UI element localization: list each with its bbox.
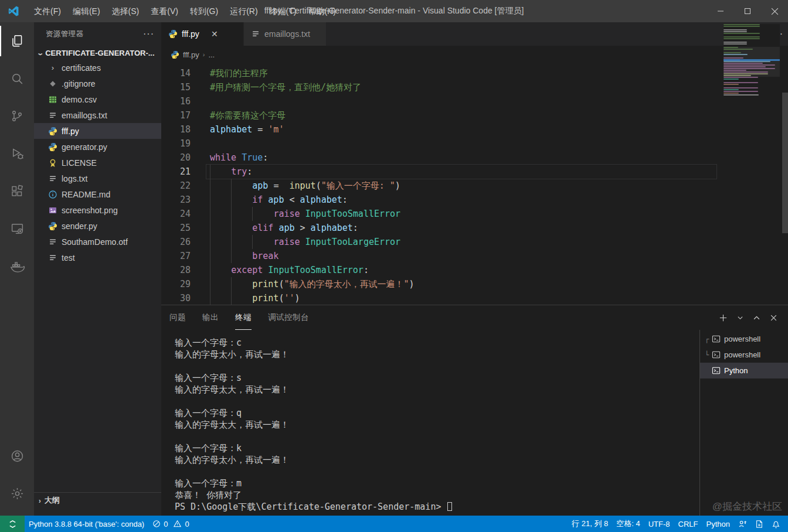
menu-item[interactable]: 文件(F) [28, 0, 67, 22]
cursor-position-status[interactable]: 行 21, 列 8 [568, 516, 612, 532]
source-control-icon[interactable] [0, 97, 34, 135]
token: #你需要猜这个字母 [210, 110, 286, 121]
remote-indicator-icon[interactable] [0, 516, 25, 532]
docker-icon[interactable] [0, 247, 34, 285]
file-row-demo.csv[interactable]: demo.csv [34, 91, 161, 107]
python-file-icon [171, 50, 179, 59]
token: alphabet [210, 124, 252, 135]
line-number: 28 [161, 263, 191, 277]
more-actions-icon[interactable]: ··· [143, 29, 154, 39]
token: > [295, 223, 311, 233]
problems-status[interactable]: 0 0 [148, 516, 193, 532]
panel-tab-终端[interactable]: 终端 [235, 305, 252, 330]
terminal-instance-powershell[interactable]: └powershell [700, 347, 788, 363]
code-line-30: 30 print('') [161, 291, 788, 305]
close-button[interactable] [761, 0, 788, 22]
settings-icon[interactable] [0, 475, 34, 512]
sidebar-title: 资源管理器 [46, 29, 84, 39]
eol-status[interactable]: CRLF [674, 516, 702, 532]
preview-icon[interactable] [751, 516, 767, 532]
maximize-panel-button[interactable] [753, 314, 760, 322]
line-number: 27 [161, 249, 191, 263]
indent-guide [210, 221, 210, 235]
chevron-right-icon: › [48, 63, 57, 72]
chevron-right-icon: › [203, 51, 205, 58]
python-interpreter-status[interactable]: Python 3.8.8 64-bit ('base': conda) [25, 516, 148, 532]
menu-item[interactable]: 转到(G) [184, 0, 224, 22]
file-row-README.md[interactable]: README.md [34, 186, 161, 202]
line-number: 20 [161, 151, 191, 165]
terminal-dropdown-button[interactable] [737, 315, 743, 321]
terminal-output[interactable]: 输入一个字母：c输入的字母太小，再试一遍！输入一个字母：s输入的字母太大，再试一… [161, 330, 699, 516]
indent-guide [210, 277, 210, 291]
file-row-logs.txt[interactable]: logs.txt [34, 170, 161, 186]
code-editor[interactable]: 14#我们的主程序15#用户猜测一个字母，直到他/她猜对了1617#你需要猜这个… [161, 63, 788, 305]
maximize-button[interactable] [734, 0, 761, 22]
file-name: SouthamDemo.otf [62, 237, 128, 247]
outline-section[interactable]: › 大纲 [34, 492, 161, 507]
account-icon[interactable] [0, 437, 34, 475]
chevron-down-icon: ⌄ [36, 49, 44, 57]
minimap[interactable] [724, 24, 780, 305]
code-line-15: 15#用户猜测一个字母，直到他/她猜对了 [161, 80, 788, 94]
terminal-line: 输入的字母太大，再试一遍！ [175, 384, 699, 395]
token [263, 195, 268, 205]
new-terminal-button[interactable] [719, 313, 728, 322]
tab-fff.py[interactable]: fff.py✕ [161, 22, 243, 46]
file-row-.gitignore[interactable]: .gitignore [34, 76, 161, 91]
feedback-icon[interactable] [734, 516, 751, 532]
token [278, 180, 289, 191]
panel-tab-调试控制台[interactable]: 调试控制台 [268, 305, 309, 330]
file-row-emaillogs.txt[interactable]: emaillogs.txt [34, 107, 161, 123]
python-file-icon [48, 127, 57, 136]
file-row-sender.py[interactable]: sender.py [34, 218, 161, 234]
terminal-instance-Python[interactable]: Python [700, 363, 788, 378]
token: print [252, 293, 278, 303]
menu-item[interactable]: 选择(S) [106, 0, 145, 22]
file-row-test[interactable]: test [34, 250, 161, 265]
line-content: except InputTooSmallError: [206, 263, 716, 277]
menu-item[interactable]: 运行(R) [224, 0, 263, 22]
terminal-label: Python [724, 366, 748, 375]
file-name: README.md [62, 190, 110, 199]
file-row-certificates[interactable]: ›certificates [34, 60, 161, 76]
explorer-icon[interactable] [0, 22, 34, 60]
token: ) [409, 279, 415, 289]
encoding-status[interactable]: UTF-8 [644, 516, 674, 532]
tab-label: fff.py [182, 29, 199, 39]
notifications-bell-icon[interactable] [767, 516, 784, 532]
token: True [242, 152, 263, 163]
file-row-screenshot.png[interactable]: screenshot.png [34, 202, 161, 218]
file-row-LICENSE[interactable]: LICENSE [34, 155, 161, 170]
token: break [252, 251, 278, 261]
panel-tab-问题[interactable]: 问题 [169, 305, 186, 330]
txt-file-icon [48, 237, 57, 247]
workspace-root-folder[interactable]: ⌄ CERTIFICATE-GENERATOR-... [34, 46, 161, 60]
editor-scrollbar[interactable] [782, 93, 788, 233]
token: alphabet [311, 223, 353, 233]
close-tab-icon[interactable]: ✕ [209, 28, 220, 40]
tab-emaillogs.txt[interactable]: emaillogs.txt [244, 22, 326, 46]
terminal-instance-powershell[interactable]: ┌powershell [700, 331, 788, 347]
file-row-SouthamDemo.otf[interactable]: SouthamDemo.otf [34, 234, 161, 250]
language-mode-status[interactable]: Python [702, 516, 734, 532]
remote-explorer-icon[interactable] [0, 210, 34, 247]
breadcrumb[interactable]: fff.py › ... [161, 46, 788, 63]
file-row-generator.py[interactable]: generator.py [34, 139, 161, 155]
menu-item[interactable]: 查看(V) [145, 0, 184, 22]
search-icon[interactable] [0, 60, 34, 97]
indent-guide [210, 193, 210, 207]
close-panel-button[interactable] [770, 314, 777, 322]
file-name: demo.csv [62, 95, 97, 104]
menu-item[interactable]: 编辑(E) [67, 0, 106, 22]
token: = [252, 124, 268, 135]
line-content: raise InputTooSmallError [206, 207, 716, 221]
panel-tab-输出[interactable]: 输出 [202, 305, 219, 330]
token: InputTooLargeError [305, 237, 401, 247]
minimize-button[interactable] [707, 0, 734, 22]
terminal-line [175, 395, 699, 407]
extensions-icon[interactable] [0, 172, 34, 210]
file-row-fff.py[interactable]: fff.py [34, 123, 161, 139]
indentation-status[interactable]: 空格: 4 [612, 516, 644, 532]
run-debug-icon[interactable] [0, 135, 34, 172]
